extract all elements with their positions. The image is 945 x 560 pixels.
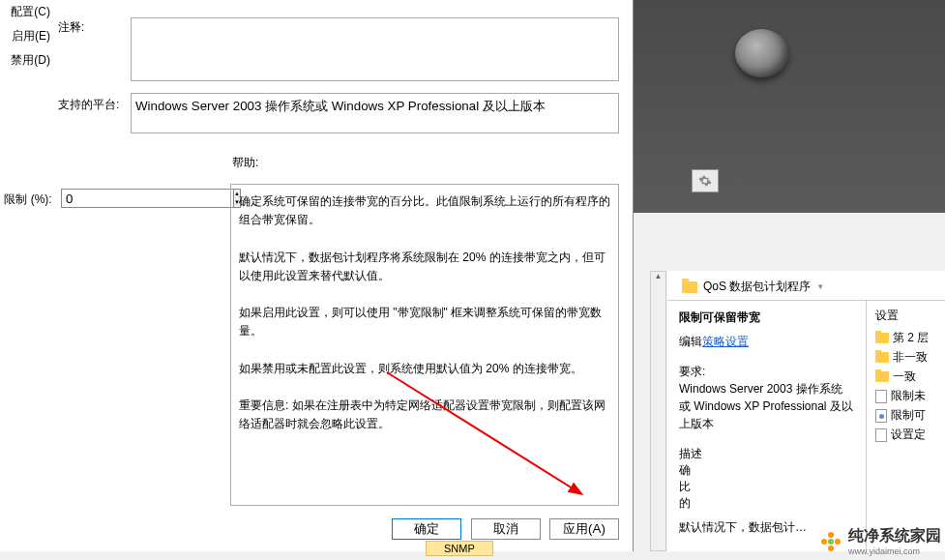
snmp-folder[interactable]: SNMP bbox=[426, 541, 493, 556]
logo-icon bbox=[819, 530, 842, 553]
dialog-buttons: 确定 取消 应用(A) bbox=[0, 518, 619, 540]
file-icon bbox=[875, 409, 887, 423]
gear-icon bbox=[698, 174, 712, 188]
policy-dialog: 配置(C) 启用(E) 禁用(D) 注释: 支持的平台: Windows Ser… bbox=[0, 0, 634, 551]
radio-enable[interactable]: 启用(E) bbox=[0, 24, 50, 48]
folder-icon bbox=[875, 333, 889, 343]
folder-icon bbox=[875, 371, 889, 382]
radio-disable[interactable]: 禁用(D) bbox=[0, 48, 50, 73]
settings-list: 设置 第 2 层 非一致 一致 限制未 限制可 设置定 bbox=[875, 308, 943, 446]
settings-header: 设置 bbox=[875, 308, 943, 324]
file-icon bbox=[875, 390, 887, 403]
desktop-app-icon[interactable] bbox=[692, 169, 719, 192]
breadcrumb-label: QoS 数据包计划程序 bbox=[703, 279, 811, 295]
apply-button[interactable]: 应用(A) bbox=[549, 518, 619, 540]
description-text: 的 bbox=[679, 495, 853, 512]
wallpaper-droplet bbox=[735, 29, 788, 77]
edit-prefix: 编辑 bbox=[679, 335, 702, 348]
cancel-button[interactable]: 取消 bbox=[471, 518, 541, 540]
description-label: 描述 bbox=[679, 446, 853, 462]
divider bbox=[667, 300, 945, 301]
list-item[interactable]: 一致 bbox=[875, 368, 943, 385]
radio-column: 配置(C) 启用(E) 禁用(D) bbox=[0, 0, 52, 73]
watermark: 纯净系统家园 www.yidaimei.com bbox=[819, 526, 941, 556]
desktop-background bbox=[634, 0, 945, 213]
vertical-divider bbox=[866, 300, 867, 551]
watermark-url: www.yidaimei.com bbox=[848, 546, 941, 556]
platform-label: 支持的平台: bbox=[58, 97, 119, 113]
requirements-text: Windows Server 2003 操作系统或 Windows XP Pro… bbox=[679, 380, 853, 432]
list-item[interactable]: 限制未 bbox=[875, 388, 943, 404]
ok-button[interactable]: 确定 bbox=[392, 518, 461, 540]
list-item[interactable]: 非一致 bbox=[875, 349, 943, 366]
file-icon bbox=[875, 428, 887, 442]
requirements-label: 要求: bbox=[679, 364, 853, 380]
description-text: 确 bbox=[679, 462, 853, 479]
help-textarea[interactable]: 确定系统可保留的连接带宽的百分比。此值限制系统上运行的所有程序的组合带宽保留。 … bbox=[230, 184, 619, 506]
platform-textarea: Windows Server 2003 操作系统或 Windows XP Pro… bbox=[131, 93, 619, 133]
limit-label: 限制 (%): bbox=[0, 192, 56, 208]
svg-point-1 bbox=[828, 539, 834, 545]
watermark-text: 纯净系统家园 bbox=[848, 527, 941, 544]
description-text: 比 bbox=[679, 479, 853, 495]
breadcrumb[interactable]: QoS 数据包计划程序 ▼ bbox=[682, 279, 824, 295]
folder-icon bbox=[682, 281, 697, 293]
comment-label: 注释: bbox=[58, 19, 84, 36]
edit-policy-link[interactable]: 策略设置 bbox=[702, 335, 749, 348]
radio-config[interactable]: 配置(C) bbox=[0, 0, 50, 24]
chevron-down-icon: ▼ bbox=[816, 282, 824, 291]
list-item[interactable]: 限制可 bbox=[875, 407, 943, 424]
vertical-scrollbar[interactable] bbox=[650, 271, 666, 551]
limit-input[interactable] bbox=[61, 189, 234, 208]
details-left-pane: 限制可保留带宽 编辑策略设置 要求: Windows Server 2003 操… bbox=[679, 309, 853, 536]
help-label: 帮助: bbox=[232, 155, 258, 171]
limit-spinner[interactable]: ▲ ▼ bbox=[61, 189, 177, 208]
details-window: QoS 数据包计划程序 ▼ 限制可保留带宽 编辑策略设置 要求: Windows… bbox=[667, 271, 945, 551]
comment-textarea[interactable] bbox=[131, 17, 619, 81]
policy-title: 限制可保留带宽 bbox=[679, 309, 853, 326]
list-item[interactable]: 第 2 层 bbox=[875, 330, 943, 346]
folder-icon bbox=[875, 352, 889, 363]
list-item[interactable]: 设置定 bbox=[875, 427, 943, 443]
